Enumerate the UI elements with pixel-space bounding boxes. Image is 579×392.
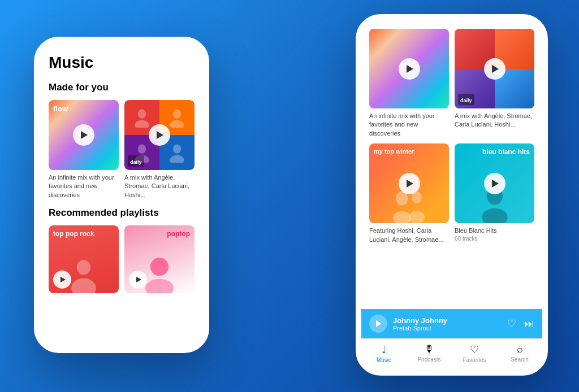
winter-card[interactable]: my top winter Featuring Hoshi, Carla Luc…	[369, 143, 449, 244]
daily-label: daily	[130, 159, 142, 165]
tab-music[interactable]: ♩ Music	[361, 343, 407, 363]
flow-card[interactable]: flow An infinite mix with your favorites…	[49, 100, 119, 199]
svg-point-1	[135, 120, 149, 128]
svg-point-11	[145, 279, 174, 293]
left-phone: Music Made for you flow An infinite mix …	[34, 37, 209, 353]
rock-card[interactable]: top pop rock	[49, 225, 119, 293]
search-tab-label: Search	[511, 356, 529, 363]
right-daily-badge: daily	[458, 94, 474, 105]
rock-play-button[interactable]	[53, 271, 71, 289]
right-screen: An infinite mix with your favorites and …	[361, 20, 542, 370]
flow-description: An infinite mix with your favorites and …	[49, 173, 119, 199]
daily-description: A mix with Angèle, Stromae, Carla Lucian…	[124, 173, 195, 199]
svg-point-13	[393, 211, 411, 223]
right-daily-image: daily	[455, 29, 534, 108]
bleu-label: bleu blanc hits	[482, 148, 530, 156]
svg-point-3	[170, 120, 184, 128]
right-content: An infinite mix with your favorites and …	[361, 20, 542, 309]
now-playing-play-button[interactable]	[369, 315, 387, 333]
right-daily-play[interactable]	[484, 58, 505, 80]
winter-label: my top winter	[374, 148, 414, 155]
bleu-tracks: 60 tracks	[455, 236, 534, 242]
svg-point-9	[71, 278, 96, 293]
winter-card-image: my top winter	[369, 143, 449, 223]
poptop-card-image: poptop	[124, 225, 195, 293]
right-flow-play[interactable]	[399, 58, 420, 80]
search-tab-icon: ⌕	[517, 343, 523, 355]
bleu-play[interactable]	[484, 173, 505, 194]
right-daily-label: daily	[460, 98, 472, 103]
left-screen: Music Made for you flow An infinite mix …	[40, 42, 204, 347]
poptop-card[interactable]: poptop	[124, 225, 195, 293]
right-daily-card[interactable]: daily A mix with Angèle, Stromae, Carla …	[455, 29, 534, 138]
svg-point-4	[138, 145, 146, 154]
made-for-you-title: Made for you	[49, 82, 195, 93]
favorite-icon[interactable]: ♡	[507, 317, 516, 330]
svg-point-17	[482, 208, 508, 223]
flow-play-button[interactable]	[73, 124, 94, 146]
page-title: Music	[49, 54, 195, 72]
daily-play-button[interactable]	[149, 124, 170, 146]
now-playing-bar: Johnny Johnny Prefab Sprout ♡ ⏭	[361, 309, 542, 338]
right-daily-desc: A mix with Angèle, Stromae, Carla Lucian…	[455, 112, 534, 129]
favorites-tab-icon: ♡	[470, 343, 479, 356]
daily-badge: daily	[128, 155, 144, 167]
rock-label: top pop rock	[53, 230, 94, 238]
podcasts-tab-icon: 🎙	[424, 343, 434, 355]
svg-point-2	[173, 110, 181, 119]
now-playing-controls: ♡ ⏭	[507, 317, 534, 330]
poptop-label: poptop	[167, 230, 190, 238]
flow-label: flow	[53, 104, 68, 114]
now-playing-info: Johnny Johnny Prefab Sprout	[393, 316, 502, 332]
tab-bar: ♩ Music 🎙 Podcasts ♡ Favorites ⌕ Search	[361, 338, 542, 370]
svg-point-8	[77, 260, 91, 275]
podcasts-tab-label: Podcasts	[417, 356, 440, 363]
tab-podcasts[interactable]: 🎙 Podcasts	[407, 343, 452, 363]
svg-point-15	[409, 211, 425, 223]
rock-card-image: top pop rock	[49, 225, 119, 293]
right-flow-image	[369, 29, 449, 108]
right-flow-desc: An infinite mix with your favorites and …	[369, 112, 449, 138]
flow-card-image: flow	[49, 100, 119, 170]
favorites-tab-label: Favorites	[463, 357, 486, 363]
svg-point-7	[170, 155, 184, 163]
right-phone: An infinite mix with your favorites and …	[356, 14, 548, 376]
winter-desc: Featuring Hoshi, Carla Luciani, Angèle, …	[369, 227, 449, 244]
bleu-card-image: bleu blanc hits	[455, 143, 534, 223]
bleu-desc: Bleu Blanc Hits	[455, 227, 534, 235]
now-playing-artist: Prefab Sprout	[393, 325, 502, 332]
music-tab-label: Music	[377, 357, 391, 363]
right-flow-card[interactable]: An infinite mix with your favorites and …	[369, 29, 449, 138]
daily-card[interactable]: daily A mix with Angèle, Stromae, Carla …	[124, 100, 195, 199]
music-tab-icon: ♩	[382, 343, 386, 356]
svg-point-6	[173, 145, 181, 154]
poptop-play-button[interactable]	[129, 271, 147, 289]
svg-point-10	[150, 258, 168, 276]
now-playing-title: Johnny Johnny	[393, 316, 502, 325]
svg-point-0	[138, 110, 146, 119]
winter-play[interactable]	[399, 173, 420, 194]
skip-icon[interactable]: ⏭	[524, 318, 534, 330]
tab-search[interactable]: ⌕ Search	[497, 343, 542, 363]
bleu-card[interactable]: bleu blanc hits Bleu Blanc Hits 60 track…	[455, 143, 534, 244]
tab-favorites[interactable]: ♡ Favorites	[452, 343, 497, 363]
recommended-title: Recommended playlists	[49, 207, 195, 219]
